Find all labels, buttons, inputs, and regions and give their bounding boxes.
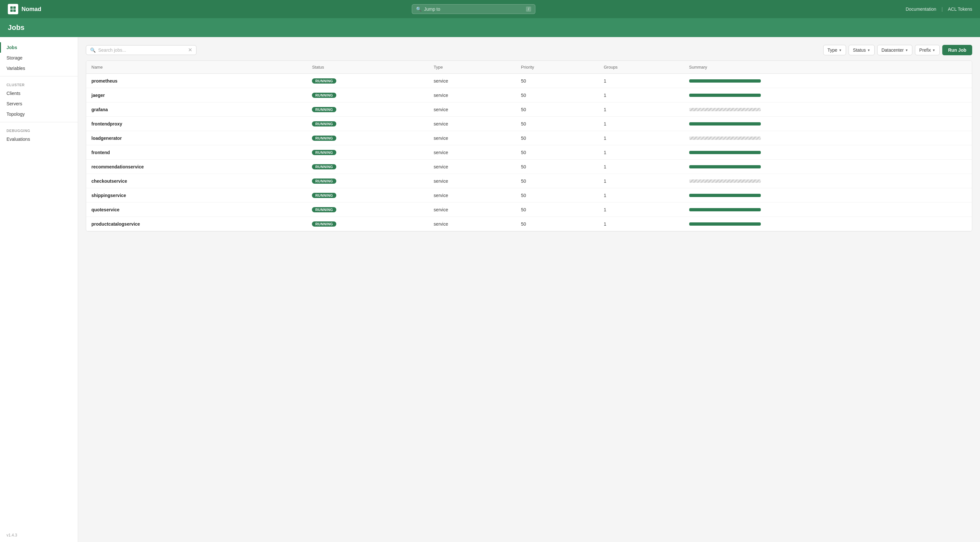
page-sub-header: Jobs [0, 18, 980, 37]
sidebar-item-variables[interactable]: Variables [0, 63, 78, 73]
job-status: RUNNING [307, 74, 428, 88]
status-filter-button[interactable]: Status ▼ [849, 45, 875, 55]
job-groups: 1 [598, 88, 684, 102]
sidebar-item-topology[interactable]: Topology [0, 109, 78, 119]
summary-bar-fill [689, 194, 761, 197]
app-header: Nomad 🔍 Jump to / Documentation | ACL To… [0, 0, 980, 18]
status-badge: RUNNING [312, 135, 336, 141]
jobs-table-head: Name Status Type Priority Groups Summary [86, 61, 972, 74]
summary-bar-fill [689, 151, 761, 154]
datacenter-filter-chevron: ▼ [905, 48, 908, 52]
job-name: prometheus [86, 74, 307, 88]
table-row[interactable]: productcatalogserviceRUNNINGservice501 [86, 217, 972, 231]
jump-to-search[interactable]: 🔍 Jump to / [412, 4, 535, 14]
job-summary [684, 117, 972, 131]
job-summary [684, 174, 972, 188]
col-groups: Groups [598, 61, 684, 74]
col-summary: Summary [684, 61, 972, 74]
table-row[interactable]: loadgeneratorRUNNINGservice501 [86, 131, 972, 145]
search-clear-button[interactable]: ✕ [188, 48, 192, 52]
job-status: RUNNING [307, 203, 428, 217]
job-groups: 1 [598, 174, 684, 188]
search-bar-text: Jump to [424, 6, 523, 12]
job-summary [684, 74, 972, 88]
app-name: Nomad [21, 6, 41, 13]
cluster-section-label: CLUSTER [0, 79, 78, 88]
documentation-link[interactable]: Documentation [905, 6, 936, 12]
status-badge: RUNNING [312, 78, 336, 84]
job-priority: 50 [516, 117, 599, 131]
status-badge: RUNNING [312, 221, 336, 227]
col-status: Status [307, 61, 428, 74]
job-priority: 50 [516, 74, 599, 88]
jobs-search-wrap[interactable]: 🔍 ✕ [86, 45, 196, 55]
sidebar-item-evaluations[interactable]: Evaluations [0, 134, 78, 145]
job-status: RUNNING [307, 145, 428, 160]
job-type: service [428, 203, 515, 217]
table-row[interactable]: frontendRUNNINGservice501 [86, 145, 972, 160]
search-icon: 🔍 [416, 6, 422, 12]
job-groups: 1 [598, 117, 684, 131]
job-status: RUNNING [307, 174, 428, 188]
table-row[interactable]: checkoutserviceRUNNINGservice501 [86, 174, 972, 188]
job-summary [684, 131, 972, 145]
sidebar-item-servers[interactable]: Servers [0, 99, 78, 109]
summary-bar-fill [689, 94, 761, 97]
datacenter-filter-button[interactable]: Datacenter ▼ [877, 45, 912, 55]
summary-bar-fill [689, 122, 761, 126]
sidebar-item-jobs[interactable]: Jobs [0, 42, 78, 52]
app-logo[interactable] [8, 4, 18, 14]
svg-rect-1 [13, 6, 16, 9]
job-priority: 50 [516, 174, 599, 188]
search-shortcut: / [526, 6, 531, 12]
job-name: frontend [86, 145, 307, 160]
job-groups: 1 [598, 102, 684, 117]
job-status: RUNNING [307, 188, 428, 203]
summary-bar [689, 208, 761, 211]
svg-rect-0 [10, 6, 13, 9]
job-type: service [428, 174, 515, 188]
job-groups: 1 [598, 160, 684, 174]
header-left: Nomad [8, 4, 41, 14]
table-row[interactable]: quoteserviceRUNNINGservice501 [86, 203, 972, 217]
status-badge: RUNNING [312, 93, 336, 98]
table-row[interactable]: prometheusRUNNINGservice501 [86, 74, 972, 88]
summary-bar [689, 180, 761, 183]
jobs-search-input[interactable] [98, 48, 185, 52]
table-row[interactable]: recommendationserviceRUNNINGservice501 [86, 160, 972, 174]
prefix-filter-button[interactable]: Prefix ▼ [915, 45, 940, 55]
table-header-row: Name Status Type Priority Groups Summary [86, 61, 972, 74]
job-groups: 1 [598, 145, 684, 160]
jobs-table-body: prometheusRUNNINGservice501jaegerRUNNING… [86, 74, 972, 231]
job-priority: 50 [516, 160, 599, 174]
sidebar-item-clients[interactable]: Clients [0, 88, 78, 99]
run-job-button[interactable]: Run Job [942, 45, 972, 55]
job-status: RUNNING [307, 217, 428, 231]
job-type: service [428, 217, 515, 231]
job-type: service [428, 145, 515, 160]
job-type: service [428, 160, 515, 174]
summary-bar-fill [689, 223, 761, 226]
table-row[interactable]: frontendproxyRUNNINGservice501 [86, 117, 972, 131]
table-row[interactable]: grafanaRUNNINGservice501 [86, 102, 972, 117]
sidebar-divider-cluster [0, 76, 78, 76]
table-row[interactable]: jaegerRUNNINGservice501 [86, 88, 972, 102]
status-badge: RUNNING [312, 207, 336, 212]
sidebar-item-storage[interactable]: Storage [0, 52, 78, 63]
status-filter-label: Status [853, 48, 866, 52]
job-groups: 1 [598, 188, 684, 203]
job-status: RUNNING [307, 117, 428, 131]
type-filter-button[interactable]: Type ▼ [823, 45, 846, 55]
col-name: Name [86, 61, 307, 74]
type-filter-label: Type [827, 48, 837, 52]
summary-bar-striped [689, 108, 761, 111]
acl-tokens-link[interactable]: ACL Tokens [948, 6, 972, 12]
job-name: grafana [86, 102, 307, 117]
job-status: RUNNING [307, 160, 428, 174]
table-row[interactable]: shippingserviceRUNNINGservice501 [86, 188, 972, 203]
svg-rect-3 [13, 10, 16, 12]
job-groups: 1 [598, 203, 684, 217]
summary-bar [689, 137, 761, 140]
nav-divider: | [942, 6, 943, 12]
status-badge: RUNNING [312, 107, 336, 112]
